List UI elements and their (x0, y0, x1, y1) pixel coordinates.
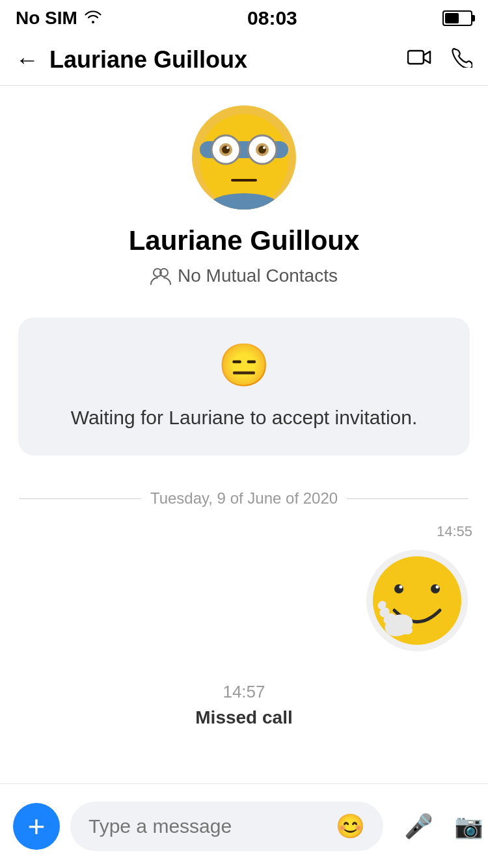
phone-call-icon[interactable] (452, 47, 472, 73)
add-icon: + (28, 811, 46, 841)
microphone-button[interactable]: 🎤 (404, 813, 433, 840)
status-left: No SIM (16, 8, 102, 29)
add-button[interactable]: + (13, 803, 60, 850)
system-message-text: Missed call (195, 707, 292, 728)
profile-name: Lauriane Guilloux (129, 225, 360, 256)
system-message-time: 14:57 (223, 682, 265, 702)
chat-content: Lauriane Guilloux No Mutual Contacts 😑 W… (0, 86, 488, 783)
date-line-left (20, 498, 141, 499)
status-right (442, 10, 472, 26)
status-time: 08:03 (247, 7, 297, 29)
mutual-contacts-label: No Mutual Contacts (178, 265, 338, 286)
sticker-container (362, 545, 472, 656)
svg-point-20 (394, 584, 403, 593)
input-bar: + 😊 🎤 📷 (0, 783, 488, 868)
messages-area: 14:55 (0, 523, 488, 741)
profile-section: Lauriane Guilloux No Mutual Contacts (0, 86, 488, 299)
battery-fill (445, 13, 459, 23)
message-time-1455: 14:55 (437, 523, 472, 540)
nav-title: Lauriane Guilloux (49, 46, 407, 74)
svg-point-7 (226, 146, 229, 149)
video-call-icon[interactable] (407, 47, 432, 72)
svg-rect-0 (408, 51, 424, 64)
camera-button[interactable]: 📷 (454, 813, 483, 840)
svg-point-22 (431, 584, 440, 593)
system-message-missed-call: 14:57 Missed call (16, 669, 472, 741)
svg-point-12 (263, 146, 265, 149)
message-input[interactable] (88, 815, 336, 837)
waiting-text: Waiting for Lauriane to accept invitatio… (71, 403, 418, 432)
svg-point-21 (400, 586, 403, 589)
emoji-button[interactable]: 😊 (336, 813, 365, 840)
waiting-card: 😑 Waiting for Lauriane to accept invitat… (18, 318, 470, 455)
avatar (192, 105, 296, 210)
waiting-emoji: 😑 (218, 341, 270, 390)
date-text: Tuesday, 9 of June of 2020 (150, 489, 338, 508)
status-bar: No SIM 08:03 (0, 0, 488, 34)
date-line-right (347, 498, 468, 499)
svg-point-23 (436, 586, 439, 589)
date-separator: Tuesday, 9 of June of 2020 (0, 474, 488, 523)
mutual-contacts: No Mutual Contacts (150, 265, 338, 286)
back-button[interactable]: ← (16, 46, 39, 74)
wifi-icon (84, 9, 102, 27)
battery-icon (442, 10, 472, 26)
carrier-text: No SIM (16, 8, 77, 29)
sent-message-sticker: 14:55 (16, 523, 472, 656)
message-input-container: 😊 (70, 802, 383, 851)
nav-icons (407, 47, 472, 73)
nav-bar: ← Lauriane Guilloux (0, 34, 488, 86)
